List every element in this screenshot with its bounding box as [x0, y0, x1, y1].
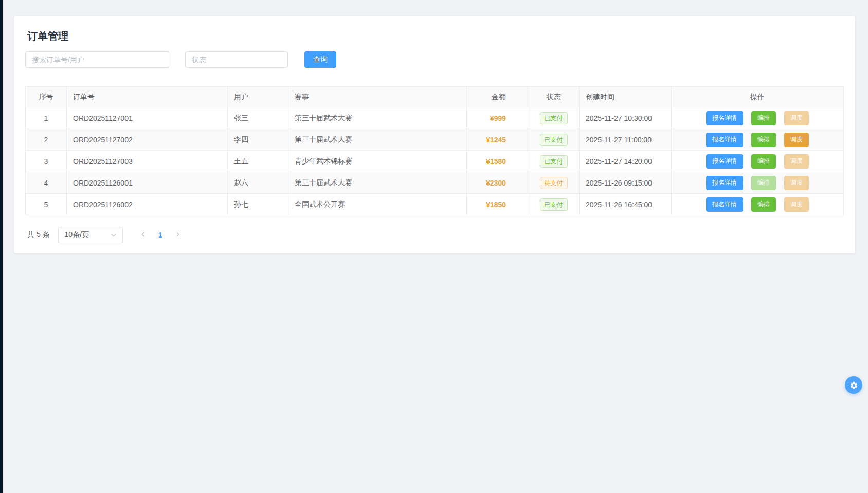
search-input[interactable] — [25, 51, 169, 68]
next-page-button[interactable] — [171, 228, 185, 242]
table-row: 1 ORD20251127001 张三 第三十届武术大赛 ¥999 已支付 20… — [26, 107, 844, 129]
signup-detail-button[interactable]: 报名详情 — [706, 197, 743, 212]
status-badge: 已支付 — [540, 155, 568, 168]
table-row: 4 ORD20251126001 赵六 第三十届武术大赛 ¥2300 待支付 2… — [26, 172, 844, 194]
col-header-event: 赛事 — [288, 87, 467, 107]
created-time: 2025-11-27 14:20:00 — [580, 151, 672, 172]
order-no: ORD20251127001 — [67, 107, 228, 129]
table-row: 5 ORD20251126002 孙七 全国武术公开赛 ¥1850 已支付 20… — [26, 194, 844, 215]
order-management-card: 订单管理 查询 序号 订单号 用户 赛事 金额 状态 创建时间 操作 1 — [14, 16, 855, 253]
user-name: 孙七 — [228, 194, 288, 215]
arrange-button[interactable]: 编排 — [751, 197, 776, 212]
signup-detail-button[interactable]: 报名详情 — [706, 176, 743, 190]
order-no: ORD20251127003 — [67, 151, 228, 172]
pagination: 共 5 条 10条/页 1 — [27, 227, 844, 243]
user-name: 王五 — [228, 151, 288, 172]
status-badge: 待支付 — [540, 177, 568, 189]
event-name: 全国武术公开赛 — [288, 194, 467, 215]
amount: ¥1580 — [467, 151, 528, 172]
total-count: 共 5 条 — [27, 230, 50, 240]
table-header-row: 序号 订单号 用户 赛事 金额 状态 创建时间 操作 — [26, 87, 844, 107]
screen-left-edge — [0, 0, 3, 493]
event-name: 第三十届武术大赛 — [288, 107, 467, 129]
page-title: 订单管理 — [27, 30, 844, 42]
gear-icon — [849, 381, 858, 390]
filter-bar: 查询 — [25, 51, 844, 68]
schedule-button[interactable]: 调度 — [784, 197, 809, 212]
user-name: 李四 — [228, 129, 288, 151]
schedule-button[interactable]: 调度 — [784, 176, 809, 190]
arrange-button[interactable]: 编排 — [751, 154, 776, 169]
arrange-button[interactable]: 编排 — [751, 133, 776, 147]
signup-detail-button[interactable]: 报名详情 — [706, 133, 743, 147]
chevron-left-icon — [139, 231, 147, 240]
col-header-user: 用户 — [228, 87, 288, 107]
user-name: 张三 — [228, 107, 288, 129]
pager: 1 — [134, 228, 187, 242]
order-no: ORD20251126001 — [67, 172, 228, 194]
col-header-amount: 金额 — [467, 87, 528, 107]
row-index: 2 — [26, 129, 67, 151]
col-header-order-no: 订单号 — [67, 87, 228, 107]
event-name: 青少年武术锦标赛 — [288, 151, 467, 172]
row-index: 5 — [26, 194, 67, 215]
page-size-select[interactable]: 10条/页 — [58, 227, 123, 243]
row-index: 3 — [26, 151, 67, 172]
row-index: 4 — [26, 172, 67, 194]
page-number[interactable]: 1 — [153, 228, 168, 242]
amount: ¥2300 — [467, 172, 528, 194]
created-time: 2025-11-26 16:45:00 — [580, 194, 672, 215]
created-time: 2025-11-27 11:00:00 — [580, 129, 672, 151]
status-badge: 已支付 — [540, 112, 568, 124]
row-index: 1 — [26, 107, 67, 129]
table-row: 2 ORD20251127002 李四 第三十届武术大赛 ¥1245 已支付 2… — [26, 129, 844, 151]
event-name: 第三十届武术大赛 — [288, 129, 467, 151]
query-button[interactable]: 查询 — [304, 51, 336, 68]
event-name: 第三十届武术大赛 — [288, 172, 467, 194]
prev-page-button[interactable] — [136, 228, 150, 242]
chevron-right-icon — [174, 231, 182, 240]
col-header-actions: 操作 — [672, 87, 844, 107]
schedule-button[interactable]: 调度 — [784, 111, 809, 125]
amount: ¥1850 — [467, 194, 528, 215]
page-size-value: 10条/页 — [65, 230, 89, 240]
status-badge: 已支付 — [540, 198, 568, 211]
arrange-button[interactable]: 编排 — [751, 176, 776, 190]
status-select[interactable] — [185, 51, 288, 68]
amount: ¥1245 — [467, 129, 528, 151]
table-row: 3 ORD20251127003 王五 青少年武术锦标赛 ¥1580 已支付 2… — [26, 151, 844, 172]
signup-detail-button[interactable]: 报名详情 — [706, 154, 743, 169]
created-time: 2025-11-26 09:15:00 — [580, 172, 672, 194]
schedule-button[interactable]: 调度 — [784, 154, 809, 169]
col-header-index: 序号 — [26, 87, 67, 107]
schedule-button[interactable]: 调度 — [784, 133, 809, 147]
settings-fab-button[interactable] — [845, 376, 862, 394]
orders-table: 序号 订单号 用户 赛事 金额 状态 创建时间 操作 1 ORD20251127… — [25, 86, 844, 215]
order-no: ORD20251127002 — [67, 129, 228, 151]
order-no: ORD20251126002 — [67, 194, 228, 215]
created-time: 2025-11-27 10:30:00 — [580, 107, 672, 129]
status-badge: 已支付 — [540, 134, 568, 146]
col-header-created: 创建时间 — [580, 87, 672, 107]
arrange-button[interactable]: 编排 — [751, 111, 776, 125]
chevron-down-icon — [110, 232, 117, 241]
user-name: 赵六 — [228, 172, 288, 194]
col-header-status: 状态 — [528, 87, 580, 107]
signup-detail-button[interactable]: 报名详情 — [706, 111, 743, 125]
amount: ¥999 — [467, 107, 528, 129]
